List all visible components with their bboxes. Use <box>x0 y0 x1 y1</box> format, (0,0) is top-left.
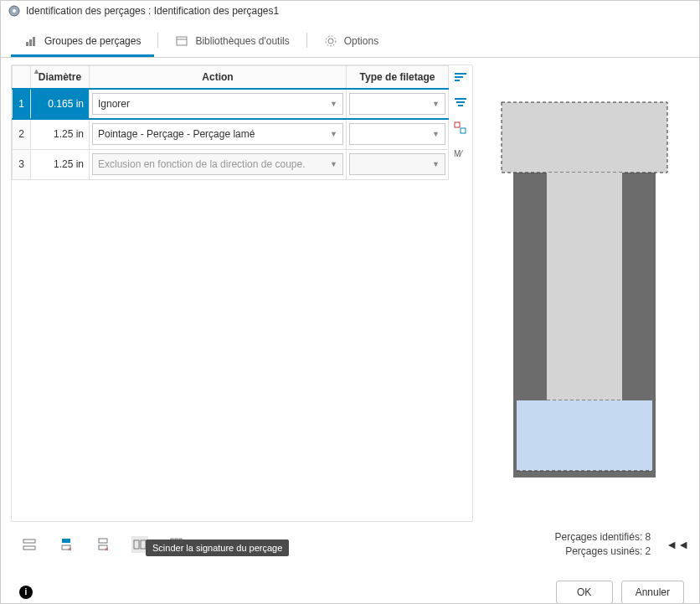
identified-label: Perçages identifiés: <box>555 531 643 543</box>
table-row[interactable]: 31.25 inExclusion en fonction de la dire… <box>13 149 449 179</box>
svg-rect-4 <box>33 37 35 46</box>
thread-dropdown[interactable]: ▼ <box>349 123 445 145</box>
hole-table: Diamètre Action Type de filetage 10.165 … <box>12 65 449 180</box>
rewind-icon[interactable]: ◄◄ <box>666 538 689 551</box>
titlebar: Identification des perçages : Identifica… <box>1 1 699 21</box>
svg-rect-29 <box>99 539 107 543</box>
svg-rect-25 <box>23 546 35 550</box>
side-toolbar: M∕ <box>449 65 472 521</box>
window-title: Identification des perçages : Identifica… <box>26 5 279 17</box>
tool-merge[interactable] <box>21 536 38 553</box>
sort-icon[interactable] <box>453 70 468 85</box>
svg-rect-13 <box>456 101 465 103</box>
group-icon[interactable] <box>453 121 468 136</box>
svg-rect-10 <box>455 76 463 78</box>
filter-icon[interactable] <box>453 96 468 111</box>
hole-preview <box>480 65 689 522</box>
thread-dropdown[interactable]: ▼ <box>349 153 445 175</box>
tooltip: Scinder la signature du perçage <box>146 539 289 556</box>
svg-point-8 <box>326 36 336 46</box>
svg-rect-15 <box>455 122 460 127</box>
svg-rect-32 <box>134 540 139 549</box>
svg-text:×: × <box>68 545 72 552</box>
svg-point-1 <box>13 9 16 13</box>
table-row[interactable]: 21.25 inPointage - Perçage - Perçage lam… <box>13 119 449 149</box>
svg-rect-16 <box>461 128 466 133</box>
preview-panel <box>480 65 689 522</box>
info-icon[interactable]: i <box>19 586 33 599</box>
svg-point-7 <box>328 39 333 44</box>
svg-rect-24 <box>23 539 35 543</box>
svg-rect-26 <box>62 539 70 543</box>
svg-rect-12 <box>455 98 466 100</box>
tab-separator <box>157 33 158 48</box>
tab-hole-groups[interactable]: Groupes de perçages <box>11 28 154 57</box>
cell-action: Ignorer▼ <box>90 89 347 119</box>
cell-action: Exclusion en fonction de la direction de… <box>90 149 347 179</box>
action-dropdown[interactable]: Ignorer▼ <box>92 93 343 115</box>
footer: i OK Annuler <box>1 564 699 604</box>
col-header-diameter[interactable]: Diamètre <box>31 66 90 90</box>
stats-block: Perçages identifiés: 8 Perçages usinés: … <box>555 530 651 559</box>
tabs-bar: Groupes de perçages Bibliothèques d'outi… <box>1 21 699 58</box>
action-dropdown[interactable]: Exclusion en fonction de la direction de… <box>92 153 343 175</box>
app-icon <box>8 4 21 18</box>
svg-rect-9 <box>455 73 466 75</box>
svg-text:×: × <box>105 545 109 552</box>
identified-count: 8 <box>646 531 651 543</box>
chevron-down-icon: ▼ <box>432 100 440 108</box>
svg-rect-2 <box>26 42 28 46</box>
row-number: 3 <box>13 149 31 179</box>
cell-thread: ▼ <box>347 89 449 119</box>
svg-rect-3 <box>29 39 32 46</box>
svg-rect-19 <box>502 102 667 173</box>
cell-diameter: 1.25 in <box>31 149 90 179</box>
tab-separator <box>306 33 307 48</box>
machined-count: 2 <box>646 545 651 557</box>
col-header-rownum[interactable] <box>13 66 31 90</box>
chevron-down-icon: ▼ <box>432 130 440 138</box>
tab-label: Options <box>344 35 378 47</box>
chart-icon <box>24 34 38 48</box>
measure-icon[interactable]: M∕ <box>453 146 468 161</box>
cell-diameter: 1.25 in <box>31 119 90 149</box>
svg-rect-20 <box>547 173 622 400</box>
thread-dropdown[interactable]: ▼ <box>349 93 445 115</box>
library-icon <box>175 34 188 48</box>
svg-rect-14 <box>458 105 463 106</box>
tab-tool-libraries[interactable]: Bibliothèques d'outils <box>162 28 302 57</box>
ok-button[interactable]: OK <box>556 581 613 604</box>
table-row[interactable]: 10.165 inIgnorer▼▼ <box>13 89 449 119</box>
cell-action: Pointage - Perçage - Perçage lamé▼ <box>90 119 347 149</box>
cell-thread: ▼ <box>347 119 449 149</box>
svg-rect-22 <box>517 400 652 471</box>
col-header-action[interactable]: Action <box>90 66 347 90</box>
bottom-toolbar: × × Perçages identifiés: 8 Perçages usin… <box>1 522 699 564</box>
gear-icon <box>324 34 337 48</box>
machined-label: Perçages usinés: <box>565 545 642 557</box>
svg-rect-5 <box>177 37 187 45</box>
chevron-down-icon: ▼ <box>330 160 337 168</box>
main-area: Diamètre Action Type de filetage 10.165 … <box>1 58 699 522</box>
svg-rect-11 <box>455 80 460 81</box>
cell-thread: ▼ <box>347 149 449 179</box>
action-dropdown[interactable]: Pointage - Perçage - Perçage lamé▼ <box>92 123 343 145</box>
chevron-down-icon: ▼ <box>330 130 337 138</box>
left-panel: Diamètre Action Type de filetage 10.165 … <box>11 65 473 522</box>
tab-label: Groupes de perçages <box>44 35 141 47</box>
tool-split-gray[interactable]: × <box>95 536 111 553</box>
cancel-button[interactable]: Annuler <box>621 581 684 604</box>
svg-text:M∕: M∕ <box>454 149 463 158</box>
chevron-down-icon: ▼ <box>330 100 337 108</box>
row-number: 1 <box>13 89 31 119</box>
col-header-thread[interactable]: Type de filetage <box>347 66 449 90</box>
chevron-down-icon: ▼ <box>432 160 440 168</box>
cell-diameter: 0.165 in <box>31 89 90 119</box>
tab-options[interactable]: Options <box>311 28 392 57</box>
row-number: 2 <box>13 119 31 149</box>
tab-label: Bibliothèques d'outils <box>195 35 289 47</box>
tool-split-blue[interactable]: × <box>58 536 75 553</box>
